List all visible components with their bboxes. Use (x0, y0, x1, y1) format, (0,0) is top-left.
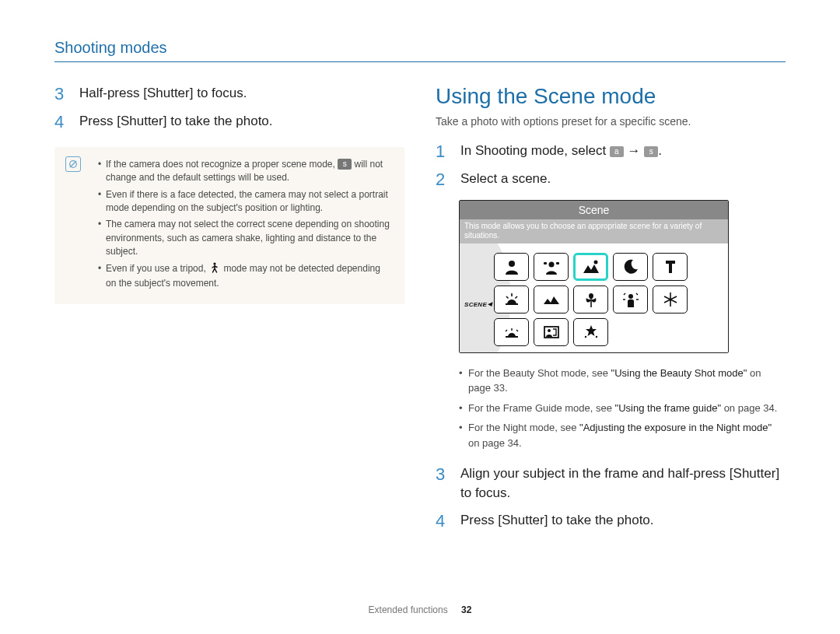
sub-bullet: For the Frame Guide mode, see "Using the… (459, 401, 786, 416)
step-text-b: ] to take the photo. (163, 114, 273, 128)
page-number: 32 (461, 604, 471, 615)
scene-badge-icon: s (338, 159, 352, 170)
info-text-pre: Even if you use a tripod, (106, 263, 208, 274)
svg-point-10 (548, 329, 551, 332)
lcd-title: Scene (460, 201, 728, 219)
two-column-layout: 3 Half-press [Shutter] to focus. 4 Press… (54, 84, 786, 539)
svg-point-11 (595, 336, 597, 338)
mode-s-badge-icon: s (644, 146, 658, 157)
right-column: Using the Scene mode Take a photo with o… (436, 84, 786, 539)
step-4-left: 4 Press [Shutter] to take the photo. (54, 112, 404, 132)
sub-bullet: For the Beauty Shot mode, see "Using the… (459, 366, 786, 396)
step-number: 3 (436, 464, 450, 503)
info-bullet: The camera may not select the correct sc… (98, 218, 392, 258)
step-text-a: Press [ (460, 513, 502, 527)
scene-beauty-icon[interactable] (573, 318, 608, 346)
sub-bullet-post: on page 34. (468, 437, 522, 449)
svg-point-2 (509, 261, 515, 267)
scene-mode-heading: Using the Scene mode (436, 84, 786, 109)
step-text-a: Align your subject in the frame and half… (460, 466, 733, 481)
info-box: If the camera does not recognize a prope… (54, 147, 404, 305)
info-bullet: Even if you use a tripod, mode may not b… (98, 262, 392, 291)
sub-bullet-pre: For the Night mode, see (468, 422, 579, 433)
step-3-left: 3 Half-press [Shutter] to focus. (54, 84, 404, 104)
scene-sub-bullets: For the Beauty Shot mode, see "Using the… (459, 366, 786, 451)
footer-label: Extended functions (369, 604, 448, 615)
step-4-right: 4 Press [Shutter] to take the photo. (436, 511, 786, 531)
lcd-screen: Scene This mode allows you to choose an … (459, 200, 729, 353)
svg-rect-5 (556, 262, 559, 264)
sub-bullet: For the Night mode, see "Adjusting the e… (459, 420, 786, 450)
shutter-label: Shutter (502, 513, 544, 527)
step-number: 2 (436, 170, 450, 190)
section-title: Shooting modes (54, 39, 786, 57)
step-number: 1 (436, 142, 450, 162)
scene-closeup-icon[interactable] (573, 285, 608, 313)
svg-point-1 (213, 262, 215, 264)
shutter-label: Shutter (147, 86, 190, 100)
step-2-right: 2 Select a scene. (436, 170, 786, 190)
left-column: 3 Half-press [Shutter] to focus. 4 Press… (54, 84, 404, 539)
scene-text-icon[interactable] (653, 253, 688, 281)
lcd-body: SCENE (460, 243, 728, 352)
scene-backlight-icon[interactable] (613, 285, 648, 313)
step-number: 3 (54, 84, 68, 104)
svg-point-7 (628, 294, 633, 299)
svg-point-12 (584, 336, 586, 338)
scene-children-icon[interactable] (534, 253, 569, 281)
scene-beach-snow-icon[interactable] (494, 318, 529, 346)
person-walk-icon (210, 262, 219, 277)
step-text: Align your subject in the frame and half… (460, 464, 786, 503)
step-number: 4 (54, 112, 68, 132)
shutter-label: Shutter (121, 114, 163, 128)
info-bullet: If the camera does not recognize a prope… (98, 158, 392, 185)
scene-frameguide-icon[interactable] (534, 318, 569, 346)
page-footer: Extended functions 32 (0, 604, 840, 615)
scene-dawn-icon[interactable] (534, 285, 569, 313)
sub-bullet-emph: "Adjusting the exposure in the Night mod… (579, 422, 772, 433)
step-text: Select a scene. (460, 170, 551, 190)
scene-fireworks-icon[interactable] (653, 285, 688, 313)
scene-landscape-icon[interactable] (573, 253, 608, 281)
step-text-a: Half-press [ (79, 86, 147, 100)
step-text: Half-press [Shutter] to focus. (79, 84, 247, 104)
lcd-dial-label: SCENE (464, 301, 492, 308)
step-number: 4 (436, 511, 450, 531)
step-text: Press [Shutter] to take the photo. (460, 511, 654, 531)
svg-point-3 (548, 261, 554, 267)
step-text: Press [Shutter] to take the photo. (79, 112, 273, 132)
arrow-icon: → (624, 143, 644, 158)
svg-point-6 (593, 260, 597, 264)
step-text-b: . (658, 143, 662, 158)
sub-bullet-emph: "Using the frame guide" (615, 402, 721, 414)
scene-portrait-icon[interactable] (494, 253, 529, 281)
mode-a-badge-icon: a (610, 146, 624, 157)
step-1-right: 1 In Shooting mode, select a → s. (436, 142, 786, 162)
info-text-pre: If the camera does not recognize a prope… (106, 159, 338, 170)
svg-rect-4 (544, 262, 547, 264)
sub-bullet-emph: "Using the Beauty Shot mode" (611, 367, 747, 379)
sub-bullet-post: on page 34. (721, 402, 777, 414)
info-content: If the camera does not recognize a prope… (98, 158, 392, 291)
step-text-b: ] to focus. (190, 86, 247, 100)
scene-night-icon[interactable] (613, 253, 648, 281)
scene-sunset-icon[interactable] (494, 285, 529, 313)
step-3-right: 3 Align your subject in the frame and ha… (436, 464, 786, 503)
info-bullet: Even if there is a face detected, the ca… (98, 188, 392, 215)
sub-bullet-pre: For the Beauty Shot mode, see (468, 367, 611, 379)
scene-icon-grid (494, 253, 704, 346)
sub-bullet-pre: For the Frame Guide mode, see (468, 402, 615, 414)
scene-mode-subdesc: Take a photo with options preset for a s… (436, 115, 786, 128)
note-icon (65, 156, 81, 172)
title-underline (54, 61, 786, 62)
shutter-label: Shutter (733, 466, 776, 481)
step-text-b: ] to take the photo. (544, 513, 654, 527)
step-text: In Shooting mode, select a → s. (460, 142, 662, 162)
step-text-a: In Shooting mode, select (460, 143, 610, 158)
step-text-a: Press [ (79, 114, 121, 128)
lcd-description: This mode allows you to choose an approp… (460, 219, 728, 243)
svg-point-8 (669, 298, 671, 300)
page: Shooting modes 3 Half-press [Shutter] to… (0, 0, 840, 634)
